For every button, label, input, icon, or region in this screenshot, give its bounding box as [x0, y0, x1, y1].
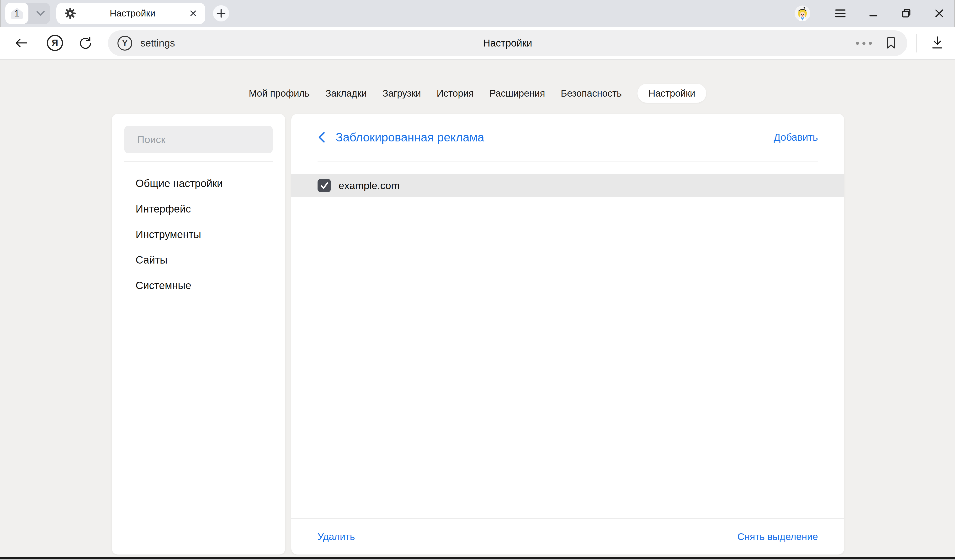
settings-nav-tabs: Мой профиль Закладки Загрузки История Ра… — [0, 84, 955, 103]
row-checkbox[interactable] — [318, 179, 331, 192]
window-minimize-button[interactable] — [863, 0, 884, 27]
tab-group-control: 1 — [5, 3, 50, 24]
tab-close-icon[interactable] — [189, 9, 197, 17]
bookmark-icon[interactable] — [886, 37, 896, 49]
sidebar-item-general[interactable]: Общие настройки — [112, 170, 285, 196]
address-toolbar: Я Y settings Настройки — [0, 27, 955, 59]
browser-tab-settings[interactable]: Настройки — [56, 3, 205, 24]
blocked-ads-panel: Заблокированная реклама Добавить example… — [291, 114, 844, 555]
yandex-logo-letter: Я — [52, 38, 58, 48]
page-title: Настройки — [108, 37, 907, 49]
tab-title: Настройки — [76, 8, 189, 19]
restore-icon — [901, 8, 912, 19]
panel-footer: Удалить Снять выделение — [291, 518, 844, 555]
blocked-site-row[interactable]: example.com — [291, 174, 844, 197]
new-tab-button[interactable] — [213, 5, 229, 22]
sidebar-items: Общие настройки Интерфейс Инструменты Са… — [112, 170, 285, 298]
tab-downloads[interactable]: Загрузки — [382, 84, 421, 103]
close-icon — [934, 8, 944, 19]
window-bottom-border — [0, 557, 955, 559]
sidebar-item-system[interactable]: Системные — [112, 273, 285, 298]
page-favicon-icon: Y — [117, 36, 132, 51]
downloads-button[interactable] — [927, 27, 947, 59]
chevron-down-icon — [35, 10, 46, 17]
tab-group-badge[interactable]: 1 — [5, 3, 28, 24]
hamburger-icon — [835, 9, 846, 18]
minimize-icon — [868, 8, 878, 19]
refresh-icon — [79, 36, 92, 50]
window-close-button[interactable] — [928, 0, 950, 27]
window-restore-button[interactable] — [896, 0, 917, 27]
url-text: settings — [140, 37, 175, 49]
sidebar-item-sites[interactable]: Сайты — [112, 247, 285, 273]
refresh-button[interactable] — [78, 27, 94, 59]
browser-window: 1 — [0, 0, 955, 560]
back-button[interactable] — [13, 27, 29, 59]
toolbar-divider — [916, 34, 917, 53]
tab-strip: 1 — [0, 0, 955, 27]
back-chevron-icon[interactable] — [318, 131, 326, 144]
tab-extensions[interactable]: Расширения — [490, 84, 545, 103]
blocked-site-domain: example.com — [338, 180, 400, 192]
download-icon — [931, 36, 944, 50]
add-button[interactable]: Добавить — [773, 132, 818, 143]
gear-favicon-icon — [64, 8, 76, 19]
search-input[interactable] — [124, 126, 273, 153]
yandex-logo-icon: Я — [47, 35, 63, 51]
tab-group-dropdown[interactable] — [31, 3, 50, 24]
settings-sidebar: Общие настройки Интерфейс Инструменты Са… — [112, 114, 285, 555]
favicon-letter: Y — [122, 39, 127, 48]
deselect-button[interactable]: Снять выделение — [737, 531, 818, 542]
settings-page: Мой профиль Закладки Загрузки История Ра… — [0, 59, 955, 560]
more-options-icon[interactable] — [856, 42, 872, 45]
tab-settings[interactable]: Настройки — [637, 84, 706, 103]
url-bar[interactable]: Y settings Настройки — [108, 30, 907, 56]
tab-group-count: 1 — [14, 9, 19, 18]
plus-icon — [216, 8, 226, 19]
panel-title: Заблокированная реклама — [336, 131, 484, 144]
sidebar-item-tools[interactable]: Инструменты — [112, 222, 285, 247]
panel-header: Заблокированная реклама Добавить — [318, 114, 818, 161]
tab-history[interactable]: История — [437, 84, 474, 103]
sidebar-divider — [124, 161, 273, 162]
arrow-left-icon — [14, 37, 28, 48]
tab-my-profile[interactable]: Мой профиль — [249, 84, 310, 103]
tab-security[interactable]: Безопасность — [561, 84, 622, 103]
tab-group-house-icon: 1 — [10, 6, 24, 20]
browser-menu-button[interactable] — [830, 0, 851, 27]
yandex-logo-button[interactable]: Я — [45, 27, 64, 59]
delete-button[interactable]: Удалить — [318, 531, 355, 542]
profile-avatar[interactable] — [795, 5, 810, 21]
tab-bookmarks[interactable]: Закладки — [326, 84, 367, 103]
sidebar-item-interface[interactable]: Интерфейс — [112, 196, 285, 222]
